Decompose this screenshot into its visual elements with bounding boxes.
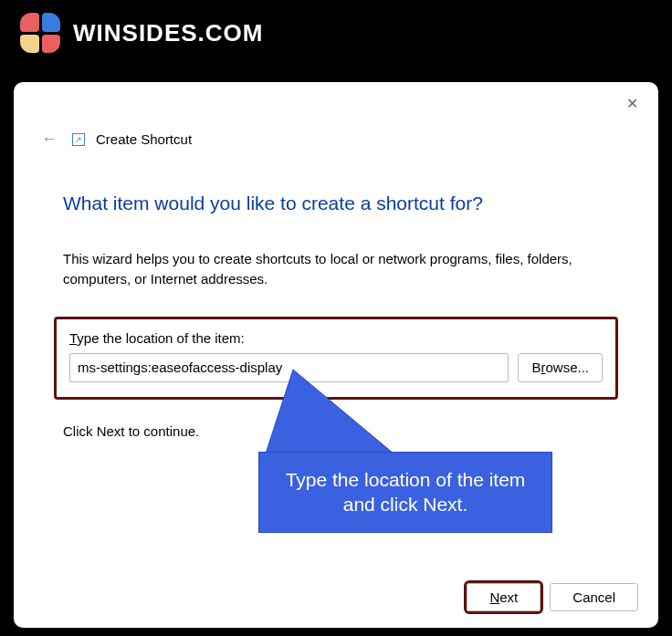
back-arrow-icon: ← [37,128,61,151]
dialog-title: Create Shortcut [96,131,192,147]
next-button[interactable]: Next [467,583,541,611]
close-button[interactable]: ✕ [619,91,646,116]
cancel-button[interactable]: Cancel [550,583,638,611]
create-shortcut-dialog: ✕ ← ↗ Create Shortcut What item would yo… [14,82,658,628]
headline: What item would you like to create a sho… [14,151,658,214]
brand-logo-icon [20,13,60,53]
brand-header: WINSIDES.COM [0,0,672,66]
next-highlight: Next [467,583,541,611]
brand-text: WINSIDES.COM [73,19,263,47]
wizard-description: This wizard helps you to create shortcut… [14,214,658,289]
dialog-footer: Next Cancel [467,583,638,611]
shortcut-icon: ↗ [72,133,85,146]
title-bar: ← ↗ Create Shortcut [14,82,658,151]
svg-marker-0 [266,370,394,454]
annotation-callout: Type the location of the item and click … [258,452,552,533]
browse-button[interactable]: Browse... [518,353,603,382]
location-label: Type the location of the item: [69,330,603,346]
